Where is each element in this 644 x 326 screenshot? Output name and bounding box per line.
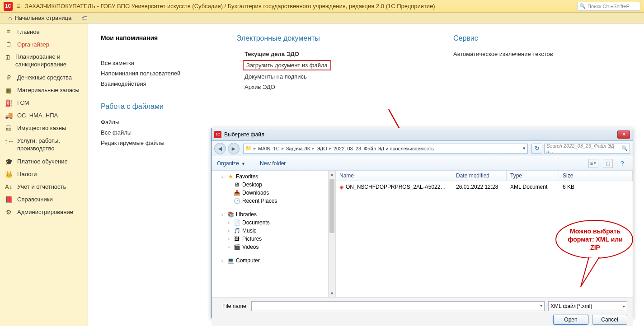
new-folder-button[interactable]: New folder: [260, 160, 286, 167]
col-header-size[interactable]: Size: [559, 171, 633, 181]
tab-bar: ⌂ Начальная страница 🏷: [0, 13, 644, 23]
section-reminders-title: Мои напоминания: [101, 34, 191, 42]
tree-scrollbar[interactable]: ▲ ▼: [328, 171, 335, 297]
sidebar-label: Планирование и санкционирование: [15, 53, 83, 69]
dialog-title: Выберите файл: [224, 131, 264, 138]
view-mode-button[interactable]: ≡ ▼: [588, 159, 598, 168]
col-header-name[interactable]: Name: [336, 171, 452, 181]
truck-icon: 🚚: [5, 112, 13, 119]
link-current-edo[interactable]: Текущие дела ЭДО: [236, 49, 336, 59]
sidebar-label: Главное: [17, 28, 40, 35]
tree-downloads[interactable]: 📥Downloads: [213, 189, 334, 197]
breadcrumb-seg[interactable]: 2022_03_23_Файл ЭД и прослеживаемость: [332, 146, 436, 151]
dialog-search-input[interactable]: Search 2022_03_23_Файл ЭД и... 🔍: [544, 144, 630, 154]
sidebar-item-admin[interactable]: ⚙Администрирование: [0, 206, 88, 219]
tree-documents[interactable]: ▹📄Documents: [213, 219, 334, 227]
sidebar-label: Администрирование: [17, 209, 73, 215]
tree-videos[interactable]: ▹🎬Videos: [213, 243, 334, 251]
sidebar-label: ГСМ: [17, 99, 29, 106]
global-search-input[interactable]: 🔍 Поиск Ctrl+Shift+F: [577, 2, 640, 11]
nav-forward-button[interactable]: ►: [228, 143, 240, 154]
sidebar-label: Органайзер: [17, 41, 49, 48]
building-icon: 🏛: [5, 125, 13, 132]
link-archive-edo[interactable]: Архив ЭДО: [236, 82, 336, 92]
sidebar-item-gsm[interactable]: ⛽ГСМ: [0, 97, 88, 109]
dialog-search-placeholder: Search 2022_03_23_Файл ЭД и...: [546, 143, 621, 154]
sidebar-item-organizer[interactable]: 🗒Органайзер: [0, 38, 88, 51]
link-load-from-file[interactable]: Загрузить документ из файла: [246, 62, 328, 69]
app-logo-icon: 1C: [4, 2, 13, 11]
link-all-files[interactable]: Все файлы: [101, 127, 191, 138]
breadcrumb-seg[interactable]: Задача.ЛК: [284, 146, 312, 151]
close-button[interactable]: ✕: [617, 130, 630, 139]
dialog-toolbar: Organize ▼ New folder ≡ ▼ ◫ ?: [212, 156, 633, 171]
tab-home[interactable]: ⌂ Начальная страница: [4, 13, 76, 23]
link-interactions[interactable]: Взаимодействия: [101, 79, 191, 89]
sidebar-item-treasury[interactable]: 🏛Имущество казны: [0, 122, 88, 135]
file-size: 6 KB: [559, 183, 633, 191]
sidebar-item-reporting[interactable]: A↓Учет и отчетность: [0, 181, 88, 193]
folder-icon: 📁: [245, 145, 252, 151]
file-row[interactable]: ◉ON_NSCHFDOPPRPROS_2AL-A5022ABE-... 26.0…: [336, 181, 633, 193]
sidebar-item-main[interactable]: ≡Главное: [0, 25, 88, 38]
col-header-type[interactable]: Type: [507, 171, 559, 181]
organize-button[interactable]: Organize ▼: [217, 160, 245, 167]
breadcrumb-seg[interactable]: MAIN_1C: [256, 146, 282, 151]
search-icon: 🔍: [579, 3, 586, 9]
file-date: 26.01.2022 12:28: [452, 183, 507, 191]
window-titlebar: 1C ≡ ЗАКАЗЧИК/ПОКУПАТЕЛЬ - ГОБУ ВПО Унив…: [0, 0, 644, 13]
col-header-date[interactable]: Date modified: [452, 171, 507, 181]
filename-input[interactable]: ▾: [251, 301, 545, 311]
sidebar-label: Справочники: [17, 196, 53, 203]
open-button[interactable]: Open: [553, 315, 588, 325]
breadcrumb-seg[interactable]: ЭДО: [315, 146, 329, 151]
main-sidebar: ≡Главное 🗒Органайзер 🗓Планирование и сан…: [0, 23, 88, 326]
sort-icon: A↓: [5, 183, 13, 191]
sidebar-item-planning[interactable]: 🗓Планирование и санкционирование: [0, 51, 88, 71]
file-open-dialog: 1C Выберите файл ✕ ◄ ► 📁 ▸ MAIN_1C▸ Зада…: [211, 128, 633, 318]
tree-favorites[interactable]: ▿★Favorites: [213, 172, 334, 181]
sidebar-item-os[interactable]: 🚚ОС, НМА, НПА: [0, 109, 88, 122]
dialog-navbar: ◄ ► 📁 ▸ MAIN_1C▸ Задача.ЛК▸ ЭДО▸ 2022_03…: [212, 141, 633, 156]
file-list-header: Name Date modified Type Size: [336, 171, 633, 181]
hamburger-icon[interactable]: ≡: [16, 2, 20, 10]
breadcrumb[interactable]: 📁 ▸ MAIN_1C▸ Задача.ЛК▸ ЭДО▸ 2022_03_23_…: [243, 144, 528, 154]
sidebar-item-money[interactable]: ₽Денежные средства: [0, 71, 88, 84]
tree-music[interactable]: ▹🎵Music: [213, 227, 334, 235]
sidebar-label: Денежные средства: [17, 74, 72, 81]
tree-libraries[interactable]: ▿📚Libraries: [213, 210, 334, 219]
link-all-notes[interactable]: Все заметки: [101, 58, 191, 68]
tree-recent[interactable]: 🕑Recent Places: [213, 197, 334, 205]
preview-pane-button[interactable]: ◫: [603, 159, 613, 168]
tree-desktop[interactable]: 🖥Desktop: [213, 181, 334, 189]
refresh-button[interactable]: ↻: [531, 144, 542, 154]
file-list: Name Date modified Type Size ◉ON_NSCHFDO…: [336, 171, 633, 297]
graduation-icon: 🎓: [5, 158, 13, 165]
sidebar-item-services[interactable]: ↕↔Услуги, работы, производство: [0, 135, 88, 155]
tree-pictures[interactable]: ▹🖼Pictures: [213, 235, 334, 243]
grid-icon: ▦: [5, 87, 13, 94]
help-button[interactable]: ?: [617, 159, 627, 168]
link-auto-extract[interactable]: Автоматическое извлечение текстов: [453, 49, 580, 59]
search-placeholder: Поиск Ctrl+Shift+F: [588, 4, 629, 9]
link-user-reminders[interactable]: Напоминания пользователей: [101, 68, 191, 79]
cancel-button[interactable]: Cancel: [592, 315, 627, 325]
home-icon: ⌂: [8, 14, 12, 22]
tree-computer[interactable]: ▿💻Computer: [213, 256, 334, 265]
favorites-tab-icon[interactable]: 🏷: [81, 14, 88, 22]
file-filter-select[interactable]: XML файл(*.xml)▾: [548, 301, 627, 311]
nav-back-button[interactable]: ◄: [214, 143, 226, 154]
link-docs-to-sign[interactable]: Документы на подпись: [236, 71, 336, 82]
section-edocs-title: Электронные документы: [236, 34, 336, 42]
sidebar-item-directories[interactable]: 📕Справочники: [0, 193, 88, 206]
breadcrumb-dropdown-icon[interactable]: ▾: [521, 145, 527, 151]
link-editable-files[interactable]: Редактируемые файлы: [101, 138, 191, 148]
ruble-icon: ₽: [5, 74, 13, 81]
sidebar-label: Налоги: [17, 171, 37, 177]
sidebar-item-materials[interactable]: ▦Материальные запасы: [0, 84, 88, 97]
sidebar-item-taxes[interactable]: 👑Налоги: [0, 168, 88, 181]
sidebar-item-education[interactable]: 🎓Платное обучение: [0, 155, 88, 168]
tab-home-label: Начальная страница: [14, 14, 71, 21]
sidebar-label: Имущество казны: [17, 125, 66, 131]
link-files[interactable]: Файлы: [101, 117, 191, 127]
